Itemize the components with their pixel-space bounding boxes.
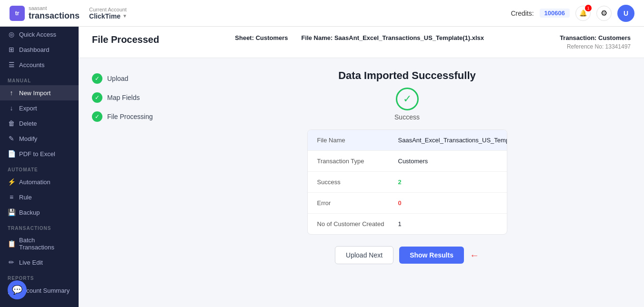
step-upload: ✓ Upload: [92, 73, 168, 84]
current-account-label: Current Account: [89, 7, 127, 12]
result-status: Success: [394, 113, 420, 121]
page-header: File Processed Sheet: Customers File Nam…: [79, 27, 644, 58]
batch-icon: 📋: [8, 240, 15, 248]
table-row-customer-created: No of Customer Created 1: [308, 214, 507, 234]
sidebar-item-rule[interactable]: ≡ Rule: [0, 189, 79, 205]
step-check-upload: ✓: [92, 73, 102, 84]
arrow-indicator: ←: [470, 250, 479, 261]
section-transactions: TRANSACTIONS: [0, 220, 79, 233]
logo-sub: saasant: [29, 5, 80, 11]
layout: ◎ Quick Access ⊞ Dashboard ☰ Accounts MA…: [0, 27, 644, 307]
automation-icon: ⚡: [8, 178, 15, 186]
result-panel: Data Imported Successfully ✓ Success Fil…: [183, 69, 631, 264]
table-val-filename: SaasAnt_Excel_Transactions_US_Template(1…: [398, 137, 507, 144]
sidebar-item-pdf-to-excel[interactable]: 📄 PDF to Excel: [0, 146, 79, 161]
sidebar-label-modify: Modify: [19, 135, 37, 142]
step-check-map: ✓: [92, 92, 102, 103]
chevron-down-icon: ▼: [122, 13, 127, 19]
table-val-transaction-type: Customers: [398, 158, 428, 165]
logo-area: tr saasant transactions: [10, 5, 80, 21]
section-manual: MANUAL: [0, 72, 79, 85]
notification-button[interactable]: 🔔 1: [575, 6, 591, 21]
backup-icon: 💾: [8, 208, 15, 216]
credits-label: Credits:: [511, 10, 533, 17]
sidebar-label-rule: Rule: [19, 194, 32, 201]
sidebar-label-dashboard: Dashboard: [19, 46, 50, 53]
main-content: File Processed Sheet: Customers File Nam…: [79, 27, 644, 307]
header-left: tr saasant transactions Current Account …: [10, 5, 127, 21]
success-icon: ✓: [396, 88, 419, 110]
step-label-map: Map Fields: [107, 94, 140, 101]
show-results-button[interactable]: Show Results: [399, 247, 464, 264]
page-meta: Sheet: Customers File Name: SaasAnt_Exce…: [235, 34, 484, 41]
sidebar-item-quick-access[interactable]: ◎ Quick Access: [0, 27, 79, 42]
ref-no: Reference No: 13341497: [560, 43, 631, 50]
step-file-processing: ✓ File Processing: [92, 111, 168, 122]
rule-icon: ≡: [8, 193, 15, 201]
sidebar-label-quick-access: Quick Access: [19, 31, 56, 38]
notification-badge: 1: [585, 5, 592, 11]
table-row-transaction-type: Transaction Type Customers: [308, 151, 507, 172]
transaction-meta: Transaction: Customers: [560, 34, 631, 41]
sidebar-item-delete[interactable]: 🗑 Delete: [0, 116, 79, 131]
sidebar-item-modify[interactable]: ✎ Modify: [0, 131, 79, 146]
table-val-error: 0: [398, 199, 402, 207]
table-val-customer-created: 1: [398, 220, 402, 228]
table-key-error: Error: [317, 199, 398, 207]
sidebar-item-batch-transactions[interactable]: 📋 Batch Transactions: [0, 233, 79, 255]
sidebar-item-export[interactable]: ↓ Export: [0, 100, 79, 116]
result-title: Data Imported Successfully: [338, 69, 476, 82]
filename-meta: File Name: SaasAnt_Excel_Transactions_US…: [302, 34, 484, 41]
sidebar-label-accounts: Accounts: [19, 61, 44, 69]
dashboard-icon: ⊞: [8, 46, 15, 53]
settings-button[interactable]: ⚙: [596, 6, 612, 21]
sidebar: ◎ Quick Access ⊞ Dashboard ☰ Accounts MA…: [0, 27, 79, 307]
step-check-processing: ✓: [92, 111, 102, 122]
steps-panel: ✓ Upload ✓ Map Fields ✓ File Processing: [92, 69, 168, 264]
step-label-upload: Upload: [107, 75, 128, 82]
logo-text-area: saasant transactions: [29, 5, 80, 21]
export-icon: ↓: [8, 104, 15, 112]
chat-icon: 💬: [12, 285, 22, 295]
upload-next-button[interactable]: Upload Next: [335, 246, 393, 264]
gear-icon: ⚙: [601, 9, 607, 18]
current-account: Current Account ClickTime ▼: [89, 7, 127, 20]
sidebar-label-delete: Delete: [19, 120, 37, 127]
sidebar-item-automation[interactable]: ⚡ Automation: [0, 174, 79, 189]
sidebar-item-backup[interactable]: 💾 Backup: [0, 205, 79, 220]
header-right: Credits: 100606 🔔 1 ⚙ U: [511, 5, 634, 22]
sidebar-item-accounts[interactable]: ☰ Accounts: [0, 57, 79, 72]
logo-icon: tr: [10, 6, 25, 21]
table-val-success: 2: [398, 178, 402, 186]
table-row-success: Success 2: [308, 172, 507, 193]
accounts-icon: ☰: [8, 61, 15, 69]
page-title-area: File Processed: [92, 34, 159, 45]
sidebar-label-live-edit: Live Edit: [19, 259, 43, 266]
table-key-success: Success: [317, 178, 398, 186]
result-table: File Name SaasAnt_Excel_Transactions_US_…: [307, 129, 507, 235]
sidebar-item-dashboard[interactable]: ⊞ Dashboard: [0, 42, 79, 57]
chat-bubble[interactable]: 💬: [8, 280, 27, 299]
current-account-dropdown[interactable]: ClickTime ▼: [89, 12, 127, 20]
sidebar-label-batch: Batch Transactions: [19, 237, 71, 251]
content-area: ✓ Upload ✓ Map Fields ✓ File Processing …: [79, 58, 644, 276]
step-label-processing: File Processing: [107, 113, 153, 120]
sidebar-item-live-edit[interactable]: ✏ Live Edit: [0, 255, 79, 270]
button-row: Upload Next Show Results ←: [335, 246, 479, 264]
table-row-error: Error 0: [308, 193, 507, 214]
page-meta-right: Transaction: Customers Reference No: 133…: [560, 34, 631, 50]
table-key-filename: File Name: [317, 137, 398, 144]
modify-icon: ✎: [8, 135, 15, 142]
header: tr saasant transactions Current Account …: [0, 0, 644, 27]
avatar[interactable]: U: [617, 5, 634, 22]
page-title: File Processed: [92, 34, 159, 45]
new-import-icon: ↑: [8, 89, 15, 97]
sidebar-item-new-import[interactable]: ↑ New Import: [0, 85, 79, 100]
delete-icon: 🗑: [8, 119, 15, 127]
sidebar-label-pdf-to-excel: PDF to Excel: [19, 150, 55, 158]
credits-value: 100606: [540, 9, 570, 18]
section-reports: REPORTS: [0, 270, 79, 283]
table-key-customer-created: No of Customer Created: [317, 220, 398, 228]
table-key-transaction-type: Transaction Type: [317, 158, 398, 165]
pdf-icon: 📄: [8, 150, 15, 158]
